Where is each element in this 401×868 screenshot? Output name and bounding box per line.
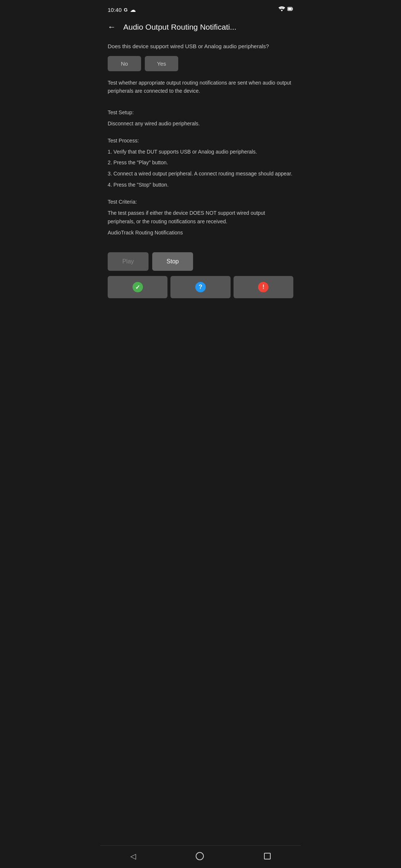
audio-track-label: AudioTrack Routing Notifications (108, 228, 293, 237)
test-setup-body: Disconnect any wired audio peripherals. (108, 119, 293, 128)
battery-icon (287, 6, 293, 13)
yes-button[interactable]: Yes (145, 56, 178, 71)
description-text: Test whether appropriate output routing … (108, 79, 293, 95)
wifi-icon (278, 6, 285, 13)
test-process-line-3: 3. Connect a wired output peripheral. A … (108, 170, 293, 178)
back-button[interactable]: ← (106, 21, 117, 33)
result-row: ✓ ? ! (108, 276, 293, 298)
playback-row: Play Stop (108, 252, 293, 271)
test-process-line-2: 2. Press the "Play" button. (108, 158, 293, 167)
status-bar: 10:40 G ☁ (100, 0, 301, 18)
app-bar: ← Audio Output Routing Notificati... (100, 18, 301, 39)
no-button[interactable]: No (108, 56, 141, 71)
info-button[interactable]: ? (170, 276, 230, 298)
test-process-line-4: 4. Press the "Stop" button. (108, 181, 293, 190)
status-right (278, 6, 293, 13)
playback-section: Play Stop ✓ ? ! (108, 249, 293, 302)
main-content: Does this device support wired USB or An… (100, 39, 301, 309)
play-button[interactable]: Play (108, 252, 149, 271)
fail-icon: ! (258, 282, 268, 292)
test-setup-title: Test Setup: (108, 108, 293, 117)
test-criteria-title: Test Criteria: (108, 198, 293, 207)
google-icon: G (124, 7, 128, 13)
status-left: 10:40 G ☁ (108, 6, 136, 13)
page-title: Audio Output Routing Notificati... (123, 23, 295, 32)
test-process-line-1: 1. Verify that the DUT supports USB or A… (108, 148, 293, 157)
status-time: 10:40 (108, 7, 122, 13)
svg-rect-1 (288, 8, 291, 10)
info-icon: ? (195, 282, 206, 292)
fail-button[interactable]: ! (234, 276, 293, 298)
yes-no-row: No Yes (108, 56, 293, 71)
pass-icon: ✓ (133, 282, 143, 292)
test-process-title: Test Process: (108, 137, 293, 145)
stop-button[interactable]: Stop (152, 252, 193, 271)
pass-button[interactable]: ✓ (108, 276, 167, 298)
question-text: Does this device support wired USB or An… (108, 42, 293, 51)
cloud-icon: ☁ (130, 6, 136, 13)
test-criteria-body: The test passes if either the device DOE… (108, 209, 293, 227)
